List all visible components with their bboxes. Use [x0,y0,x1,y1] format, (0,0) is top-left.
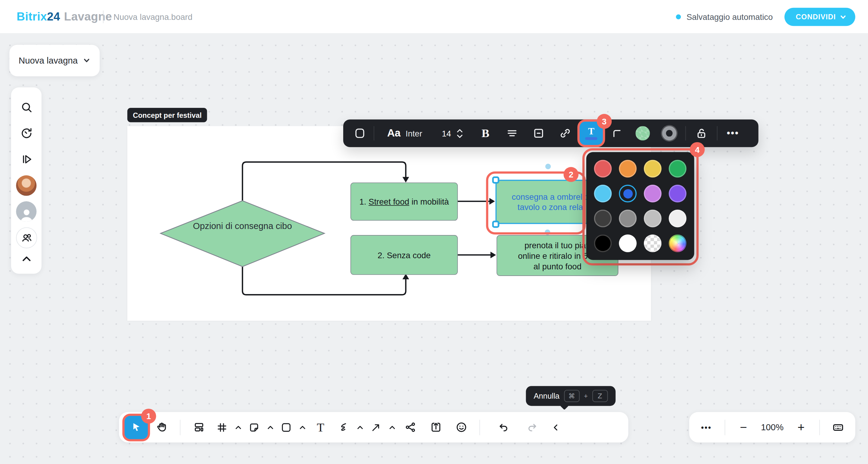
frame-icon [216,421,228,433]
autosave-status: Salvataggio automatico [676,0,773,33]
layout-icon [192,421,205,434]
emoji-icon [455,421,467,434]
arrow-tool-expand[interactable] [388,416,396,439]
prenota-line1: prenota il tuo piatt [525,240,591,251]
pen-tool-expand[interactable] [355,416,364,439]
more-options-button[interactable]: ••• [721,122,745,144]
whiteboard-canvas[interactable]: Nuova lavagna [0,33,868,464]
lock-button[interactable] [690,122,713,144]
templates-tool-button[interactable] [187,416,210,439]
flow-box-senza-code[interactable]: 2. Senza code [350,235,458,275]
pen-tool-button[interactable] [335,416,353,439]
link-icon [559,127,572,140]
flow-box-street-food[interactable]: 1. Street food in mobilità [350,183,458,221]
color-swatch[interactable] [594,210,612,228]
shape-outline-icon [353,127,367,140]
text-color-button[interactable]: T 3 [580,122,603,145]
stroke-color-button[interactable] [657,122,682,144]
color-swatch[interactable] [594,160,612,177]
shape-tool-expand[interactable] [298,416,306,439]
color-swatch[interactable] [594,234,612,252]
share-button[interactable]: CONDIVIDI [785,8,855,26]
text-color-bar [585,137,597,139]
connection-point[interactable] [545,164,551,169]
prenota-line3: al punto food [533,261,582,271]
cmd-keycap: ⌘ [564,390,579,402]
undo-button[interactable] [491,416,514,439]
sticker-tool-button[interactable] [245,416,263,439]
shape-style-button[interactable] [350,122,370,144]
arrow-icon [370,421,382,433]
shape-tool-button[interactable] [277,416,296,439]
font-size-stepper[interactable]: 14 [433,122,471,144]
color-swatch[interactable] [669,160,686,177]
redo-button[interactable] [521,416,544,439]
color-swatch[interactable] [619,234,637,252]
chevron-up-icon [235,425,241,430]
text-align-button[interactable] [500,122,524,144]
frame-tool-expand[interactable] [234,416,243,439]
bold-button[interactable]: B [473,122,498,144]
stepper-down-icon[interactable] [457,134,463,138]
color-swatch[interactable] [644,160,662,177]
color-swatch-selected[interactable] [619,185,637,202]
frame-tool-button[interactable] [213,416,231,439]
font-sample-glyph: Aa [387,127,401,139]
chevron-down-icon [840,13,846,20]
fill-color-button[interactable] [631,122,655,144]
emoji-tool-button[interactable] [450,416,473,439]
font-family-select[interactable]: Aa Inter [378,122,431,144]
flow-box-senza-code-label: 2. Senza code [378,250,431,260]
zoom-in-button[interactable]: + [790,416,812,439]
connector-tool-button[interactable] [399,416,422,439]
logo-app-name: Lavagne [64,10,112,23]
color-swatch-transparent[interactable] [644,234,662,252]
top-bar: Bitrix24 Lavagne Nuova lavagna.board Sal… [0,0,868,33]
toolbar-divider [717,126,717,140]
stepper-up-icon[interactable] [457,129,463,133]
canvas-more-button[interactable]: ••• [696,416,717,439]
diamond-shape[interactable] [160,201,324,266]
scribble-icon [338,421,350,433]
vertical-align-button[interactable] [527,122,551,144]
bottom-toolbar: 1 T [119,412,628,442]
sticker-tool-expand[interactable] [266,416,275,439]
toolbar-divider [374,126,374,140]
color-swatch[interactable] [669,210,686,228]
hand-icon [155,421,168,434]
toolbar-divider [479,420,480,435]
zoom-level[interactable]: 100% [757,422,787,432]
annotation-ring-palette: 4 [582,148,699,265]
unlock-icon [695,127,708,140]
fill-color-swatch [636,126,650,140]
diamond-label: Opzioni di consegna cibo [183,220,302,232]
color-swatch[interactable] [644,210,662,228]
annotation-badge-2: 2 [564,167,579,182]
link-button[interactable] [553,122,578,144]
upload-tool-button[interactable] [424,416,447,439]
select-tool-button[interactable]: 1 [125,416,148,439]
upload-icon [429,421,442,434]
color-swatch[interactable] [619,210,637,228]
arrow-tool-button[interactable] [367,416,385,439]
plus-sign: + [584,392,588,400]
color-swatch[interactable] [594,185,612,202]
flow-box-street-food-label: 1. Street food in mobilità [359,196,449,207]
annotation-badge-4: 4 [690,142,705,157]
collapse-toolbar-button[interactable] [547,416,565,439]
color-swatch[interactable] [619,160,637,177]
chevron-left-icon [551,422,561,432]
z-keycap: Z [592,390,608,402]
zoom-out-button[interactable]: − [733,416,754,439]
color-swatch[interactable] [644,185,662,202]
shortcuts-button[interactable] [828,416,849,439]
font-name-label: Inter [406,129,422,138]
ellipsis-icon: ••• [701,423,711,431]
logo-24: 24 [47,10,60,23]
header-divider [103,10,103,23]
color-swatch[interactable] [669,185,686,202]
color-swatch-custom[interactable] [669,234,686,252]
text-tool-button[interactable]: T [309,416,332,439]
align-middle-box-icon [532,127,545,140]
annotation-badge-1: 1 [141,408,156,424]
